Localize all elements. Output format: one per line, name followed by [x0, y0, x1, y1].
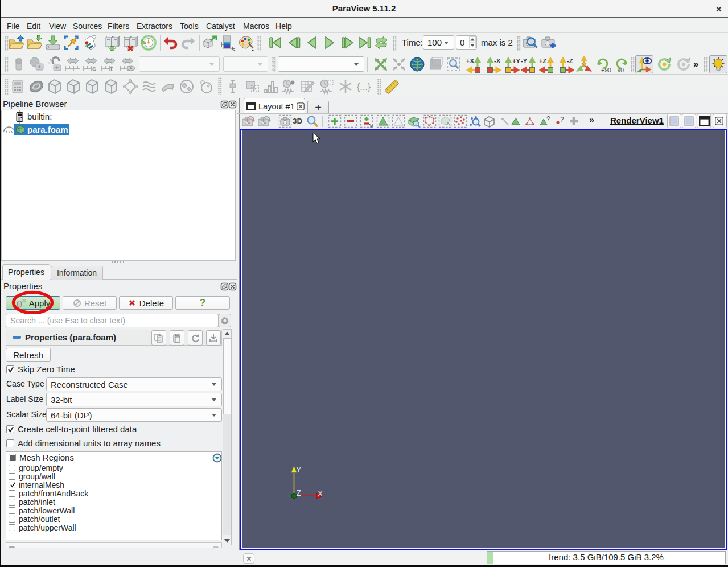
svg-text:-90: -90 — [615, 67, 624, 73]
svg-text:+X: +X — [466, 57, 474, 64]
svg-text:-Y: -Y — [521, 57, 528, 64]
svg-text:?: ? — [546, 115, 550, 123]
svg-text:X: X — [318, 489, 323, 498]
svg-text:Y: Y — [296, 465, 302, 474]
svg-text:Z: Z — [297, 488, 302, 498]
svg-text:+Y: +Y — [512, 57, 520, 64]
svg-text:-Z: -Z — [567, 57, 573, 64]
svg-text:-X: -X — [494, 57, 501, 64]
svg-text:?: ? — [560, 116, 564, 124]
svg-text:+90: +90 — [601, 67, 611, 73]
svg-text:t: t — [110, 65, 113, 73]
svg-text:{...}: {...} — [357, 82, 371, 92]
svg-text:+Z: +Z — [539, 57, 546, 64]
svg-text:c: c — [92, 65, 96, 73]
